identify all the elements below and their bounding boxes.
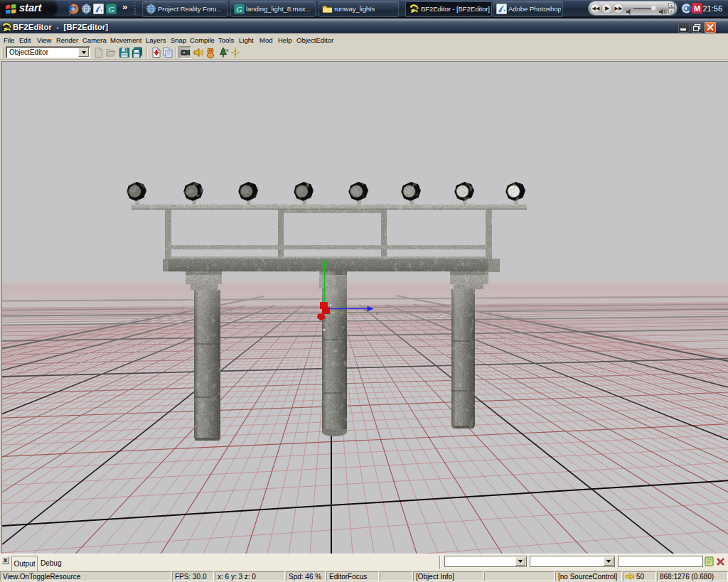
svg-text:M: M xyxy=(694,4,700,13)
svg-text:G: G xyxy=(237,5,242,14)
svg-text:x: x xyxy=(328,322,331,327)
svg-text:K: K xyxy=(226,48,229,53)
svg-text:z: z xyxy=(376,311,379,316)
svg-text:G: G xyxy=(109,5,114,14)
